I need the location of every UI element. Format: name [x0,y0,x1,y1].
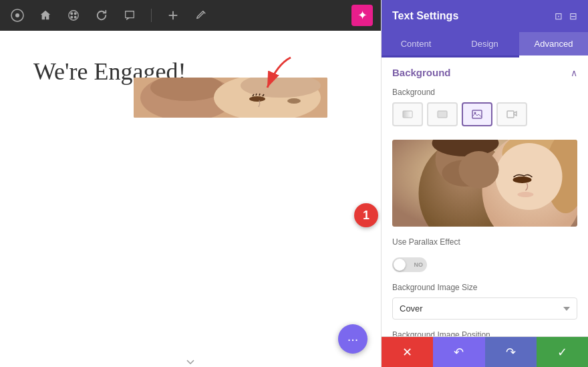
background-type-icons [392,102,577,126]
palette-icon[interactable] [64,6,83,25]
section-collapse-icon[interactable]: ∧ [571,68,577,78]
svg-point-3 [71,13,73,15]
svg-rect-23 [438,111,447,118]
svg-point-38 [518,192,534,197]
image-size-label: Background Image Size [392,283,577,292]
svg-point-37 [513,176,532,183]
canvas-area: We're Engaged! [0,31,381,367]
panel-title: Text Settings [392,10,458,22]
bg-type-video[interactable] [496,102,527,126]
tab-advanced[interactable]: Advanced [519,32,588,57]
confirm-button[interactable]: ✓ [537,337,588,367]
red-arrow-svg [247,51,301,104]
svg-point-1 [15,13,19,17]
bg-type-color[interactable] [427,102,458,126]
floating-action-button[interactable]: ··· [338,324,368,354]
divi-logo[interactable]: ✦ [351,5,373,26]
arrow-annotation [247,51,301,104]
svg-point-5 [71,16,73,18]
top-navigation: ✦ [0,0,381,31]
bg-type-gradient[interactable] [392,102,423,126]
section-title: Background [392,67,451,78]
cancel-button[interactable]: ✕ [382,337,433,367]
comment-icon[interactable] [120,6,139,25]
svg-rect-24 [472,110,482,118]
panel-footer: ✕ ↶ ↷ ✓ [382,336,588,367]
background-field-group: Background [382,85,588,134]
parallax-toggle-control: NO [382,252,588,277]
settings-panel: Text Settings ⊡ ⊟ Content Design Advance… [381,0,588,367]
redo-button[interactable]: ↷ [485,337,537,367]
image-size-select[interactable]: Cover Contain Actual Size Custom [392,297,577,320]
home-icon[interactable] [36,6,55,25]
tab-content[interactable]: Content [382,32,450,55]
svg-point-4 [74,13,76,15]
add-icon[interactable] [164,6,182,25]
svg-point-2 [69,11,78,20]
toggle-knob [394,259,406,271]
parallax-label: Use Parallax Effect [392,237,460,247]
step-badge: 1 [354,203,378,227]
nav-separator [151,9,152,22]
fab-dots-icon: ··· [347,332,359,347]
background-section-header[interactable]: Background ∧ [382,57,588,85]
panel-body: Background ∧ Background [382,57,588,336]
toggle-value: NO [414,261,424,268]
divi-star-icon: ✦ [357,8,368,23]
image-position-label: Background Image Position [392,330,577,336]
panel-header-icons: ⊡ ⊟ [555,11,577,21]
columns-icon[interactable]: ⊟ [569,11,577,21]
svg-point-6 [74,16,76,18]
undo-button[interactable]: ↶ [433,337,484,367]
scroll-indicator [186,356,194,367]
canvas-panel: ✦ We're Engaged! [0,0,381,367]
wordpress-icon[interactable] [8,6,27,25]
edit-icon[interactable] [192,6,210,25]
parallax-toggle[interactable]: NO [392,257,427,272]
preview-couple-svg [392,140,577,227]
bg-type-image[interactable] [462,102,492,126]
tab-design[interactable]: Design [450,32,519,55]
svg-rect-22 [403,111,412,118]
image-position-row: Background Image Position [382,325,588,336]
parallax-toggle-row: Use Parallax Effect [382,232,588,252]
svg-point-36 [496,143,563,210]
svg-point-39 [459,151,499,189]
svg-rect-26 [507,111,514,118]
image-size-row: Background Image Size Cover Contain Actu… [382,277,588,325]
panel-tabs: Content Design Advanced [382,32,588,57]
fullscreen-icon[interactable]: ⊡ [555,11,563,21]
canvas-content: We're Engaged! [0,31,381,112]
refresh-icon[interactable] [92,6,111,25]
background-label: Background [392,88,577,97]
background-image-preview [392,140,577,227]
panel-header: Text Settings ⊡ ⊟ [382,0,588,32]
